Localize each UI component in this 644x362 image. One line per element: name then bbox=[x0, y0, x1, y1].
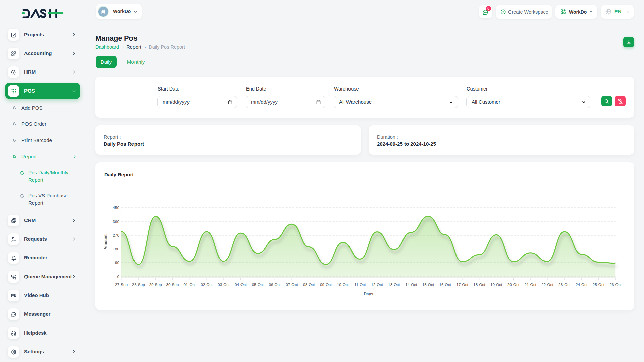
svg-text:09-Oct: 09-Oct bbox=[320, 282, 332, 287]
svg-text:Amount: Amount bbox=[103, 234, 108, 249]
svg-text:02-Oct: 02-Oct bbox=[201, 282, 213, 287]
svg-text:28-Sep: 28-Sep bbox=[132, 282, 145, 287]
svg-text:90: 90 bbox=[115, 260, 120, 265]
svg-text:360: 360 bbox=[113, 219, 119, 224]
svg-text:14-Oct: 14-Oct bbox=[405, 282, 417, 287]
svg-text:17-Oct: 17-Oct bbox=[456, 282, 468, 287]
svg-text:18-Oct: 18-Oct bbox=[473, 282, 485, 287]
svg-text:450: 450 bbox=[113, 205, 119, 210]
svg-text:180: 180 bbox=[113, 247, 119, 251]
svg-text:30-Sep: 30-Sep bbox=[166, 282, 179, 287]
svg-text:21-Oct: 21-Oct bbox=[524, 282, 536, 287]
svg-text:0: 0 bbox=[117, 274, 119, 279]
svg-text:22-Oct: 22-Oct bbox=[541, 282, 553, 287]
svg-text:20-Oct: 20-Oct bbox=[507, 282, 520, 287]
svg-text:26-Oct: 26-Oct bbox=[609, 282, 622, 287]
svg-text:03-Oct: 03-Oct bbox=[218, 282, 230, 287]
svg-text:04-Oct: 04-Oct bbox=[235, 282, 247, 287]
svg-text:23-Oct: 23-Oct bbox=[558, 282, 571, 287]
svg-text:10-Oct: 10-Oct bbox=[337, 282, 349, 287]
svg-text:12-Oct: 12-Oct bbox=[371, 282, 383, 287]
svg-text:06-Oct: 06-Oct bbox=[269, 282, 281, 287]
svg-text:Days: Days bbox=[364, 292, 373, 296]
svg-text:24-Oct: 24-Oct bbox=[576, 282, 588, 287]
svg-text:16-Oct: 16-Oct bbox=[439, 282, 451, 287]
svg-text:01-Oct: 01-Oct bbox=[183, 282, 196, 287]
svg-text:25-Oct: 25-Oct bbox=[593, 282, 605, 287]
svg-text:05-Oct: 05-Oct bbox=[252, 282, 264, 287]
svg-text:11-Oct: 11-Oct bbox=[354, 282, 366, 287]
svg-text:13-Oct: 13-Oct bbox=[388, 282, 400, 287]
svg-text:08-Oct: 08-Oct bbox=[303, 282, 315, 287]
svg-text:270: 270 bbox=[113, 233, 119, 238]
svg-text:27-Sep: 27-Sep bbox=[115, 282, 128, 287]
svg-text:07-Oct: 07-Oct bbox=[286, 282, 298, 287]
svg-text:19-Oct: 19-Oct bbox=[490, 282, 502, 287]
svg-text:15-Oct: 15-Oct bbox=[422, 282, 434, 287]
svg-text:29-Sep: 29-Sep bbox=[149, 282, 162, 287]
